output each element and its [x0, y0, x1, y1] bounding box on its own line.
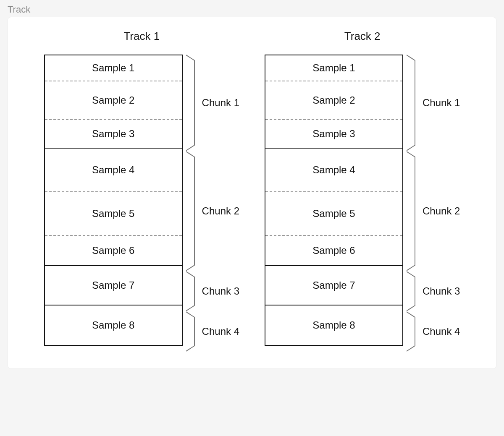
- track-body: Sample 1Sample 2Sample 3Sample 4Sample 5…: [265, 55, 460, 352]
- bracket-icon: [407, 55, 418, 151]
- bracket-icon: [407, 311, 418, 352]
- bracket-icon: [186, 311, 198, 352]
- sample-cell: Sample 3: [265, 120, 402, 149]
- bracket-icon: [186, 151, 198, 271]
- sample-cell: Sample 4: [45, 149, 182, 192]
- sample-cell: Sample 8: [45, 305, 182, 345]
- sample-cell: Sample 6: [45, 236, 182, 266]
- sample-cell: Sample 5: [45, 192, 182, 236]
- chunk-bracket-row: Chunk 4: [407, 311, 460, 352]
- sample-cell: Sample 3: [45, 120, 182, 149]
- track-title: Track 1: [123, 30, 160, 43]
- chunks-column: Chunk 1 Chunk 2 Chunk 3 Chunk 4: [407, 55, 460, 352]
- chunk-label: Chunk 4: [423, 326, 460, 337]
- bracket-icon: [186, 55, 198, 151]
- sample-cell: Sample 6: [265, 236, 402, 266]
- bracket-icon: [407, 271, 418, 311]
- chunk-label: Chunk 3: [202, 285, 239, 297]
- sample-stack: Sample 1Sample 2Sample 3Sample 4Sample 5…: [44, 55, 183, 346]
- chunk-label: Chunk 4: [202, 326, 239, 337]
- chunk-bracket-row: Chunk 1: [407, 55, 460, 151]
- sample-cell: Sample 5: [265, 192, 402, 236]
- chunk-label: Chunk 1: [202, 97, 239, 109]
- chunk-bracket-row: Chunk 2: [407, 151, 460, 271]
- sample-cell: Sample 2: [265, 81, 402, 120]
- track-column: Track 1 Sample 1Sample 2Sample 3Sample 4…: [44, 30, 239, 352]
- sample-cell: Sample 8: [265, 305, 402, 345]
- sample-stack: Sample 1Sample 2Sample 3Sample 4Sample 5…: [265, 55, 403, 346]
- chunk-label: Chunk 1: [423, 97, 460, 109]
- track-title: Track 2: [344, 30, 381, 43]
- sample-cell: Sample 7: [45, 266, 182, 305]
- sample-cell: Sample 7: [265, 266, 402, 305]
- sample-cell: Sample 1: [45, 55, 182, 81]
- track-body: Sample 1Sample 2Sample 3Sample 4Sample 5…: [44, 55, 239, 352]
- bracket-icon: [407, 151, 418, 271]
- chunk-bracket-row: Chunk 4: [186, 311, 239, 352]
- chunks-column: Chunk 1 Chunk 2 Chunk 3 Chunk 4: [186, 55, 239, 352]
- sample-cell: Sample 4: [265, 149, 402, 192]
- chunk-label: Chunk 2: [202, 205, 239, 217]
- chunk-bracket-row: Chunk 3: [186, 271, 239, 311]
- diagram-panel: Track 1 Sample 1Sample 2Sample 3Sample 4…: [8, 17, 496, 369]
- chunk-label: Chunk 3: [423, 285, 460, 297]
- chunk-bracket-row: Chunk 1: [186, 55, 239, 151]
- panel-title: Track: [0, 0, 504, 17]
- sample-cell: Sample 1: [265, 55, 402, 81]
- chunk-bracket-row: Chunk 3: [407, 271, 460, 311]
- sample-cell: Sample 2: [45, 81, 182, 120]
- chunk-bracket-row: Chunk 2: [186, 151, 239, 271]
- track-column: Track 2 Sample 1Sample 2Sample 3Sample 4…: [265, 30, 460, 352]
- bracket-icon: [186, 271, 198, 311]
- chunk-label: Chunk 2: [423, 205, 460, 217]
